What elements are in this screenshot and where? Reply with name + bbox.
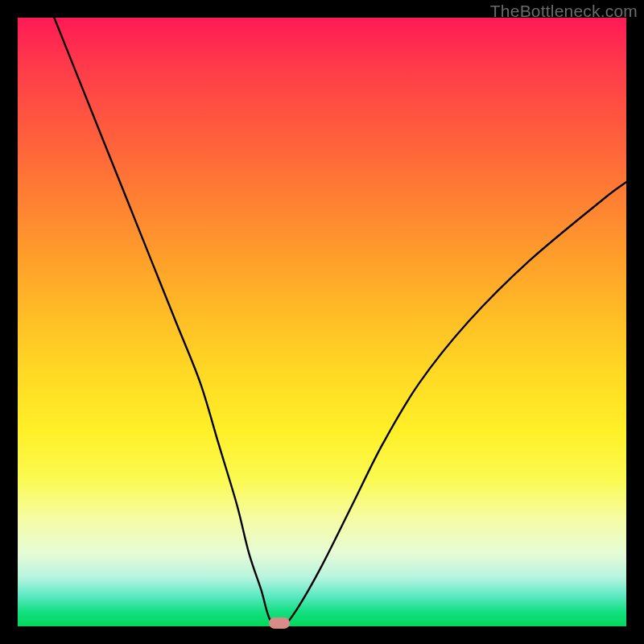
optimum-marker bbox=[269, 617, 290, 629]
watermark-text: TheBottleneck.com bbox=[490, 2, 638, 21]
plot-area bbox=[18, 18, 626, 626]
chart-frame: TheBottleneck.com bbox=[0, 0, 644, 644]
bottleneck-curve bbox=[18, 18, 626, 626]
